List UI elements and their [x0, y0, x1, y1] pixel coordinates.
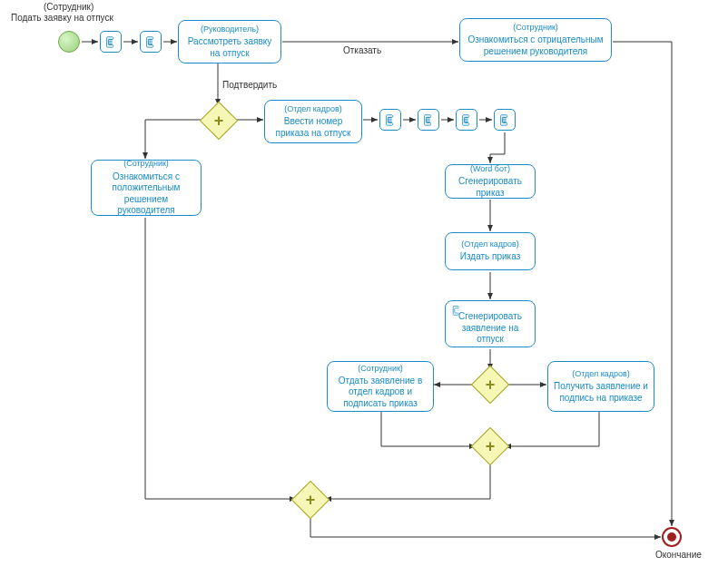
- end-event[interactable]: [662, 527, 682, 547]
- task-ack-negative-title: Ознакомиться с отрицательным решением ру…: [466, 34, 605, 57]
- task-gen-order-title: Сгенерировать приказ: [451, 176, 529, 199]
- script-task-4[interactable]: [418, 109, 439, 131]
- script-task-3[interactable]: [379, 109, 401, 131]
- edge-label-confirm: Подтвердить: [222, 80, 277, 90]
- pool-title-label: Подать заявку на отпуск: [11, 13, 113, 23]
- task-submit-sign[interactable]: (Сотрудник) Отдать заявление в отдел кад…: [327, 361, 434, 412]
- task-gen-order-role: (Word бот): [451, 164, 529, 174]
- edges-layer: [0, 0, 728, 576]
- task-receive-sign[interactable]: (Отдел кадров) Получить заявление и подп…: [547, 361, 654, 412]
- task-receive-sign-title: Получить заявление и подпись на приказе: [554, 381, 648, 404]
- task-ack-negative[interactable]: (Сотрудник) Ознакомиться с отрицательным…: [459, 18, 612, 62]
- task-submit-sign-title: Отдать заявление в отдел кадров и подпис…: [333, 376, 428, 410]
- task-ack-negative-role: (Сотрудник): [466, 23, 605, 33]
- task-submit-sign-role: (Сотрудник): [333, 364, 428, 374]
- task-issue-order-title: Издать приказ: [451, 251, 529, 263]
- task-enter-order-title: Ввести номер приказа на отпуск: [271, 116, 356, 139]
- task-ack-positive-title: Ознакомиться с положительным решением ру…: [97, 171, 195, 217]
- task-review-title: Рассмотреть заявку на отпуск: [184, 36, 275, 59]
- gateway-join-3[interactable]: [471, 427, 509, 465]
- task-issue-order[interactable]: (Отдел кадров) Издать приказ: [445, 232, 536, 270]
- gateway-join-4[interactable]: [291, 481, 330, 519]
- pool-role-label: (Сотрудник): [44, 2, 93, 12]
- task-ack-positive-role: (Сотрудник): [97, 159, 195, 169]
- script-task-6[interactable]: [494, 109, 516, 131]
- end-event-label: Окончание: [655, 550, 702, 560]
- script-icon: [451, 305, 462, 319]
- task-enter-order-no[interactable]: (Отдел кадров) Ввести номер приказа на о…: [264, 100, 362, 143]
- script-task-5[interactable]: [456, 109, 477, 131]
- script-task-2[interactable]: [140, 31, 162, 53]
- gateway-split-2[interactable]: [471, 366, 509, 404]
- task-issue-order-role: (Отдел кадров): [451, 239, 529, 249]
- task-enter-order-role: (Отдел кадров): [271, 104, 356, 114]
- bpmn-canvas: (Сотрудник) Подать заявку на отпуск (Рук…: [0, 0, 728, 576]
- task-receive-sign-role: (Отдел кадров): [554, 369, 648, 379]
- task-gen-statement-title: Сгенерировать заявление на отпуск: [451, 311, 529, 346]
- gateway-split-1[interactable]: [200, 102, 238, 140]
- task-review[interactable]: (Руководитель) Рассмотреть заявку на отп…: [178, 20, 281, 63]
- task-gen-statement[interactable]: Сгенерировать заявление на отпуск: [445, 300, 536, 347]
- script-task-1[interactable]: [100, 31, 122, 53]
- task-ack-positive[interactable]: (Сотрудник) Ознакомиться с положительным…: [91, 160, 202, 216]
- start-event[interactable]: [58, 31, 80, 53]
- edge-label-refuse: Отказать: [343, 45, 381, 55]
- task-review-role: (Руководитель): [184, 24, 275, 34]
- task-gen-order[interactable]: (Word бот) Сгенерировать приказ: [445, 164, 536, 199]
